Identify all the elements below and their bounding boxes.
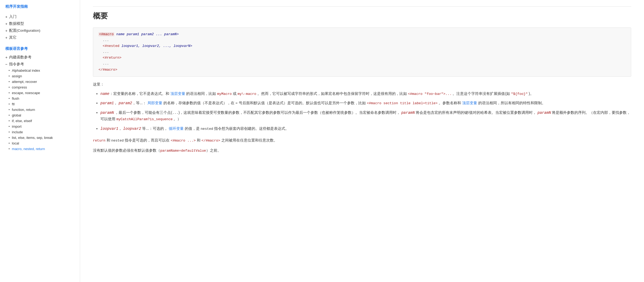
param-ref-1: param1 <box>100 101 114 105</box>
code-line-3: <#nested loopvar1, loopvar2, ..., loopva… <box>99 43 626 49</box>
code-line-4: ... <box>99 49 626 55</box>
sidebar-link-macro[interactable]: macro, nested, return <box>12 147 45 151</box>
list-item-loopvar: loopvar1， loopvar2 等...：可选的， 循环变量 的值，是 n… <box>100 126 631 132</box>
bullet-icon: • <box>9 147 10 151</box>
plus-icon-4: + <box>5 36 7 40</box>
intro-text: 这里： <box>93 82 631 87</box>
note1-code3: <#macro ...> <box>171 139 196 143</box>
sidebar-link-if[interactable]: if, else, elseif <box>12 119 32 123</box>
sidebar-link-assign[interactable]: assign <box>12 74 22 78</box>
sidebar-sub-flush[interactable]: • flush <box>5 96 74 101</box>
param-ref-N2: paramN <box>401 111 415 115</box>
code-line-5: <#return> <box>99 55 626 61</box>
sidebar-link-local[interactable]: local <box>12 141 19 145</box>
sidebar-link-other[interactable]: 其它 <box>9 35 17 40</box>
bullet-icon: • <box>9 108 10 112</box>
code-equals: = <box>235 101 238 105</box>
sidebar-sub-include[interactable]: • include <box>5 129 74 135</box>
list-item-paramN: paramN ，最后一个参数，可能会有三个点(...)，这就意味着宏接受可变数量… <box>100 110 631 122</box>
bullet-icon: • <box>9 113 10 117</box>
code-section-example: <#macro section title label=title> <box>367 101 438 105</box>
sidebar-sub-ftl[interactable]: • ftl <box>5 101 74 107</box>
sidebar-section-title: 模板语言参考 <box>5 46 74 51</box>
code-dollar-foo: "${foo}" <box>511 92 528 96</box>
code-foo-bar: <#macro "foo~bar">... <box>408 92 452 96</box>
sidebar-link-import[interactable]: import <box>12 124 22 128</box>
sidebar-sub-if[interactable]: • if, else, elseif <box>5 118 74 124</box>
expand-icon: + <box>5 55 7 59</box>
link-toplevel-var-2[interactable]: 顶层变量 <box>462 101 477 105</box>
link-local-var[interactable]: 局部变量 <box>147 101 162 105</box>
sidebar-sub-global[interactable]: • global <box>5 112 74 118</box>
bullet-icon: • <box>9 69 10 72</box>
sidebar-sub-alphabetical[interactable]: • Alphabetical index <box>5 68 74 73</box>
bullet-icon: • <box>9 130 10 134</box>
collapse-icon: − <box>5 62 7 66</box>
param-ref-N3: paramN <box>537 111 551 115</box>
sidebar-item-builtins[interactable]: + 内建函数参考 <box>5 54 74 61</box>
bullet-icon: • <box>9 141 10 145</box>
param-ref-loopvar2: loopvar2 <box>123 127 141 131</box>
bullet-icon: • <box>9 119 10 123</box>
param-ref-loopvar1: loopvar1 <box>100 127 118 131</box>
sidebar-link-function[interactable]: function, return <box>12 108 35 112</box>
code-keyword-macro: <#macro <box>99 32 114 36</box>
sidebar: 程序开发指南 + 入门 + 数据模型 + 配置(Configuration) +… <box>0 0 80 282</box>
link-loop-var[interactable]: 循环变量 <box>169 126 184 131</box>
main-content: 概要 <#macro name param1 param2 ... paramN… <box>80 0 644 282</box>
plus-icon: + <box>5 15 7 19</box>
sidebar-sub-compress[interactable]: • compress <box>5 84 74 90</box>
bullet-icon: • <box>9 85 10 89</box>
sidebar-link-alpha[interactable]: Alphabetical index <box>12 69 40 72</box>
plus-icon-3: + <box>5 29 7 33</box>
sidebar-link-data-model[interactable]: 数据模型 <box>9 21 24 26</box>
list-item-name: name：宏变量的名称，它不是表达式。和 顶层变量 的语法相同，比如 myMac… <box>100 91 631 97</box>
sidebar-sub-list[interactable]: • list, else, items, sep, break <box>5 135 74 140</box>
sidebar-sub-assign[interactable]: • assign <box>5 73 74 79</box>
note1-code2: nested <box>111 139 124 143</box>
sidebar-item-directives[interactable]: − 指令参考 <box>5 61 74 68</box>
sidebar-sub-items: • Alphabetical index • assign • attempt,… <box>5 68 74 152</box>
sidebar-link-include[interactable]: include <box>12 130 23 134</box>
note-block-2: 没有默认值的参数必须在有默认值参数（paramName=defaultValue… <box>93 147 631 154</box>
code-block: <#macro name param1 param2 ... paramN> .… <box>93 27 631 77</box>
sidebar-item-config[interactable]: + 配置(Configuration) <box>5 27 74 34</box>
note2-code: paramName=defaultValue <box>160 149 206 153</box>
sidebar-link-flush[interactable]: flush <box>12 96 19 100</box>
code-line-2: ... <box>99 37 626 43</box>
bullet-icon: • <box>9 102 10 106</box>
sidebar-link-list[interactable]: list, else, items, sep, break <box>12 136 53 140</box>
sidebar-item-data-model[interactable]: + 数据模型 <box>5 20 74 27</box>
bullet-icon: • <box>9 74 10 78</box>
sidebar-link-config[interactable]: 配置(Configuration) <box>9 28 40 33</box>
sidebar-sub-local[interactable]: • local <box>5 140 74 146</box>
bullet-icon: • <box>9 136 10 140</box>
code-line-1: <#macro name param1 param2 ... paramN> <box>99 31 626 37</box>
sidebar-link-directives[interactable]: 指令参考 <box>9 62 24 67</box>
code-myMacro: myMacro <box>217 92 232 96</box>
bullet-icon: • <box>9 91 10 95</box>
sidebar-sub-escape[interactable]: • escape, noescape <box>5 90 74 96</box>
sidebar-link-intro[interactable]: 入门 <box>9 14 17 19</box>
sidebar-title[interactable]: 程序开发指南 <box>5 4 74 9</box>
sidebar-item-intro[interactable]: + 入门 <box>5 13 74 20</box>
sidebar-sub-macro[interactable]: • macro, nested, return <box>5 146 74 152</box>
sidebar-link-attempt[interactable]: attempt, recover <box>12 80 37 84</box>
list-item-param: param1， param2，等...： 局部变量 的名称，存储参数的值（不是表… <box>100 100 631 106</box>
sidebar-link-ftl[interactable]: ftl <box>12 102 15 106</box>
sidebar-link-builtins[interactable]: 内建函数参考 <box>9 55 32 60</box>
sidebar-link-compress[interactable]: compress <box>12 85 27 89</box>
sidebar-sub-function[interactable]: • function, return <box>5 107 74 112</box>
sidebar-sub-import[interactable]: • import <box>5 124 74 129</box>
param-ref-N: paramN <box>100 111 114 115</box>
plus-icon-2: + <box>5 22 7 26</box>
sidebar-link-escape[interactable]: escape, noescape <box>12 91 40 95</box>
sidebar-item-other[interactable]: + 其它 <box>5 34 74 41</box>
bullet-icon: • <box>9 96 10 100</box>
code-nested: nested <box>201 127 213 131</box>
note1-code4: </#macro> <box>202 139 220 143</box>
sidebar-sub-attempt[interactable]: • attempt, recover <box>5 79 74 84</box>
sidebar-top-nav: + 入门 + 数据模型 + 配置(Configuration) + 其它 <box>5 13 74 41</box>
sidebar-link-global[interactable]: global <box>12 113 21 117</box>
link-toplevel-var-1[interactable]: 顶层变量 <box>170 91 185 96</box>
